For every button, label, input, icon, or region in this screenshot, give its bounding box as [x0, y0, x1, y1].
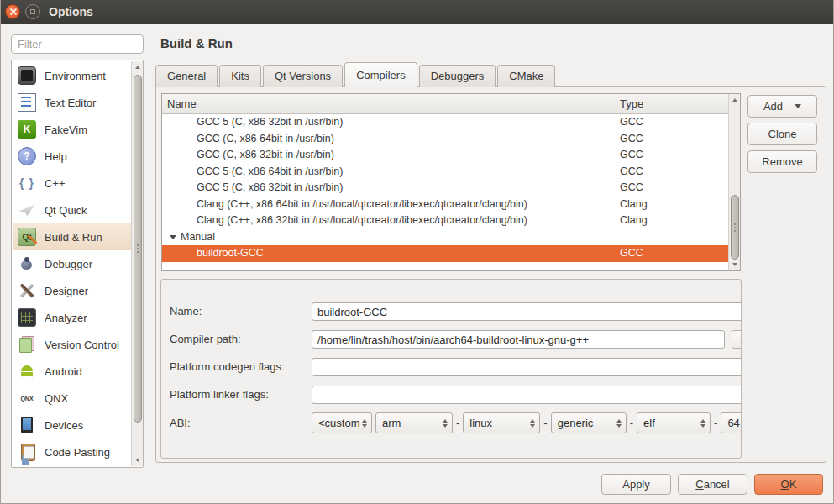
- abi-select-1[interactable]: arm: [375, 412, 453, 433]
- tab-cmake[interactable]: CMake: [497, 65, 555, 87]
- sidebar-item-label: Android: [45, 365, 82, 378]
- expander-icon[interactable]: [170, 235, 176, 239]
- platform-codegen-flags-label: Platform codegen flags:: [170, 358, 285, 376]
- code-pasting-icon: [18, 443, 36, 461]
- sidebar-item-label: FakeVim: [45, 123, 87, 136]
- sidebar-item-debugger[interactable]: Debugger: [13, 250, 131, 277]
- sidebar-item-qnx[interactable]: QNX: [13, 385, 131, 412]
- ok-button[interactable]: OK: [754, 474, 823, 495]
- version-control-icon: [18, 335, 36, 354]
- table-row[interactable]: buildroot-GCCGCC: [162, 245, 728, 262]
- sidebar-item-label: Analyzer: [45, 312, 87, 324]
- abi-selectors: <customarm-linux-generic-elf-64: [312, 412, 742, 433]
- row-name-cell: GCC 5 (C, x86 32bit in /usr/bin): [197, 180, 343, 197]
- platform-codegen-flags-input[interactable]: [312, 358, 742, 376]
- table-scroll-thumb[interactable]: [731, 195, 739, 260]
- sidebar-item-label: Help: [45, 150, 67, 163]
- category-list: EnvironmentText EditorFakeVimHelpC++Qt Q…: [11, 60, 144, 468]
- sidebar-item-fakevim[interactable]: FakeVim: [13, 116, 131, 143]
- sidebar-item-build-run[interactable]: Build & Run: [13, 223, 131, 250]
- scroll-up-icon[interactable]: [729, 95, 740, 105]
- table-row[interactable]: GCC 5 (C, x86 32bit in /usr/bin)GCC: [162, 114, 728, 131]
- qt-quick-icon: [18, 201, 36, 219]
- dropdown-caret-icon: [795, 104, 801, 108]
- analyzer-icon: [18, 308, 36, 327]
- devices-icon: [18, 416, 36, 434]
- row-name-cell: Clang (C++, x86 32bit in /usr/local/qtcr…: [197, 213, 527, 229]
- tab-debuggers[interactable]: Debuggers: [419, 65, 496, 87]
- compilers-table: Name Type GCC 5 (C, x86 32bit in /usr/bi…: [161, 93, 741, 271]
- tab-general[interactable]: General: [155, 65, 218, 87]
- table-scrollbar[interactable]: [728, 94, 740, 270]
- clone-button[interactable]: Clone: [747, 123, 817, 145]
- sidebar-item-text-editor[interactable]: Text Editor: [13, 89, 131, 116]
- table-row[interactable]: GCC (C, x86 32bit in /usr/bin)GCC: [162, 147, 728, 164]
- abi-select-0[interactable]: <custom: [312, 412, 372, 433]
- sidebar-item-c[interactable]: C++: [13, 170, 131, 197]
- row-name-cell: Manual: [181, 229, 215, 246]
- column-header-name[interactable]: Name: [167, 94, 197, 114]
- maximize-icon: [30, 9, 35, 14]
- name-input[interactable]: [312, 302, 742, 321]
- abi-select-value: <custom: [318, 417, 360, 429]
- maximize-button[interactable]: [25, 4, 40, 19]
- sidebar-item-devices[interactable]: Devices: [13, 412, 131, 438]
- scroll-down-icon[interactable]: [132, 455, 143, 465]
- apply-button[interactable]: Apply: [601, 474, 671, 495]
- platform-linker-flags-input[interactable]: [312, 386, 742, 404]
- table-row[interactable]: Clang (C++, x86 32bit in /usr/local/qtcr…: [162, 213, 728, 229]
- sidebar-item-code-pasting[interactable]: Code Pasting: [13, 438, 131, 465]
- cancel-button[interactable]: Cancel: [678, 474, 747, 495]
- tab-compilers[interactable]: Compilers: [344, 62, 417, 87]
- scroll-down-icon[interactable]: [729, 260, 740, 270]
- sidebar-scroll-thumb[interactable]: [134, 75, 142, 423]
- qnx-icon: [18, 389, 36, 407]
- abi-select-value: elf: [643, 417, 655, 429]
- sidebar-item-help[interactable]: Help: [13, 143, 131, 170]
- tab-content-pane: Name Type GCC 5 (C, x86 32bit in /usr/bi…: [155, 86, 826, 463]
- abi-select-value: generic: [558, 417, 594, 429]
- scroll-up-icon[interactable]: [132, 62, 143, 72]
- name-label: Name:: [170, 302, 202, 321]
- table-row[interactable]: Manual: [162, 229, 728, 246]
- sidebar-scrollbar[interactable]: [131, 61, 143, 466]
- table-header: Name Type: [162, 94, 740, 114]
- sidebar-item-environment[interactable]: Environment: [13, 62, 131, 89]
- row-type-cell: Clang: [620, 213, 648, 229]
- column-header-type[interactable]: Type: [620, 94, 643, 114]
- titlebar[interactable]: Options: [1, 0, 833, 24]
- abi-select-value: arm: [382, 417, 401, 429]
- remove-button[interactable]: Remove: [747, 150, 817, 173]
- table-row[interactable]: GCC 5 (C, x86 64bit in /usr/bin)GCC: [162, 164, 728, 181]
- sidebar-item-analyzer[interactable]: Analyzer: [13, 304, 131, 331]
- sidebar-item-android[interactable]: Android: [13, 358, 131, 385]
- row-name-cell: Clang (C++, x86 64bit in /usr/local/qtcr…: [197, 197, 527, 213]
- row-name-cell: GCC (C, x86 32bit in /usr/bin): [197, 147, 334, 164]
- filter-input[interactable]: [11, 34, 144, 54]
- tab-kits[interactable]: Kits: [219, 65, 261, 87]
- add-button[interactable]: Add: [747, 95, 817, 118]
- abi-select-2[interactable]: linux: [463, 412, 540, 433]
- abi-select-5[interactable]: 64: [721, 412, 742, 433]
- sidebar-item-label: Code Pasting: [45, 446, 110, 459]
- sidebar-item-label: Debugger: [45, 258, 92, 270]
- table-row[interactable]: Clang (C++, x86 64bit in /usr/local/qtcr…: [162, 197, 728, 213]
- close-button[interactable]: [5, 4, 20, 19]
- abi-select-3[interactable]: generic: [551, 412, 627, 433]
- browse-button[interactable]: [732, 330, 742, 349]
- row-type-cell: GCC: [620, 131, 643, 148]
- table-row[interactable]: GCC (C, x86 64bit in /usr/bin)GCC: [162, 131, 728, 148]
- compiler-path-input[interactable]: [312, 330, 725, 349]
- android-icon: [18, 362, 36, 381]
- abi-select-4[interactable]: elf: [637, 412, 711, 433]
- sidebar-item-label: Qt Quick: [45, 204, 87, 217]
- sidebar-item-qt-quick[interactable]: Qt Quick: [13, 197, 131, 223]
- tab-qt-versions[interactable]: Qt Versions: [263, 65, 343, 87]
- cpp-icon: [18, 174, 36, 192]
- close-icon: [9, 8, 16, 15]
- sidebar-item-version-control[interactable]: Version Control: [13, 331, 131, 358]
- sidebar-item-label: C++: [45, 177, 66, 190]
- sidebar-item-designer[interactable]: Designer: [13, 277, 131, 304]
- table-row[interactable]: GCC 5 (C, x86 32bit in /usr/bin)GCC: [162, 180, 728, 197]
- abi-separator: -: [714, 417, 717, 429]
